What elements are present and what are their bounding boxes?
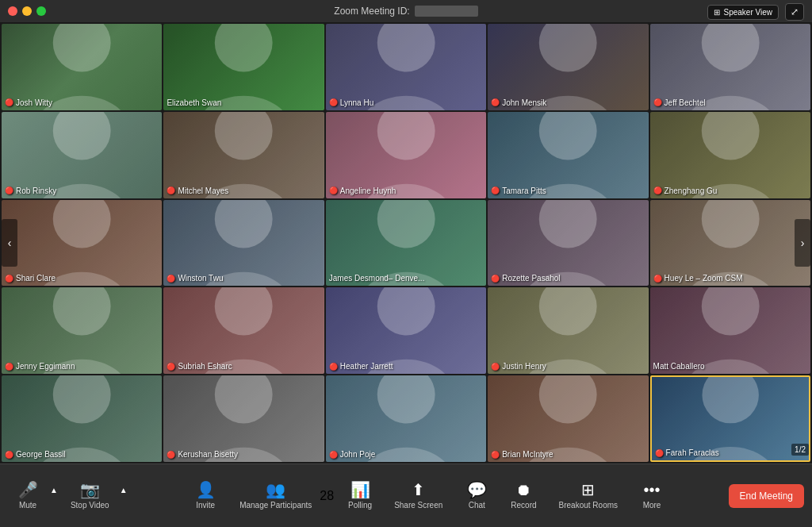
muted-icon: 🔴 <box>5 187 13 194</box>
muted-icon: 🔴 <box>167 451 175 459</box>
polling-button[interactable]: 📊 Polling <box>340 477 380 514</box>
muted-icon: 🔴 <box>329 187 338 194</box>
participant-name-9: 🔴 Tamara Pitts <box>491 187 546 195</box>
mute-group: 🎤 Mute ▲ <box>8 477 59 514</box>
toolbar: 🎤 Mute ▲ 📷 Stop Video ▲ 👤 Invite 👥 Manag… <box>0 464 812 527</box>
meeting-id-label: Zoom Meeting ID: <box>334 6 409 17</box>
video-cell-24[interactable]: 🔴 Brian McIntyre <box>488 375 648 462</box>
participant-name-12: 🔴 Winston Twu <box>167 274 223 283</box>
participant-name-20: Matt Caballero <box>653 362 705 371</box>
window-title: Zoom Meeting ID: <box>334 6 477 17</box>
share-screen-label: Share Screen <box>394 501 442 510</box>
invite-button[interactable]: 👤 Invite <box>186 477 225 514</box>
video-cell-8[interactable]: 🔴 Angeline Huynh <box>326 112 486 198</box>
participant-name-16: 🔴 Jenny Eggimann <box>5 362 75 371</box>
meeting-id-value <box>415 6 478 17</box>
participant-name-23: 🔴 John Poje <box>329 450 375 459</box>
video-cell-3[interactable]: 🔴 Lynna Hu <box>326 24 486 110</box>
participant-name-4: 🔴 John Mensik <box>491 98 546 107</box>
stop-video-label: Stop Video <box>71 501 109 510</box>
video-cell-19[interactable]: 🔴 Justin Henry <box>488 287 648 374</box>
muted-icon: 🔴 <box>491 363 500 371</box>
muted-icon: 🔴 <box>5 275 13 283</box>
participant-name-25: 🔴 Farah Faraclas <box>655 448 719 457</box>
video-cell-13[interactable]: James Desmond– Denve... <box>326 200 486 287</box>
video-grid: 🔴 Josh Witty Elizabeth Swan 🔴 Lynna H <box>0 22 812 464</box>
breakout-icon: ⊞ <box>581 482 595 498</box>
end-meeting-button[interactable]: End Meeting <box>729 484 804 508</box>
close-button[interactable] <box>8 6 17 16</box>
participant-name-2: Elizabeth Swan <box>167 98 221 107</box>
video-cell-12[interactable]: 🔴 Winston Twu <box>163 200 324 287</box>
participant-name-21: 🔴 George Bassil <box>5 450 66 459</box>
muted-icon: 🔴 <box>655 449 664 457</box>
record-label: Record <box>511 501 536 510</box>
video-cell-23[interactable]: 🔴 John Poje <box>326 375 486 462</box>
toolbar-center: 👤 Invite 👥 Manage Participants 28 📊 Poll… <box>129 477 729 514</box>
video-cell-11[interactable]: 🔴 Shari Clare <box>2 200 162 287</box>
mute-button[interactable]: 🎤 Mute <box>8 477 48 514</box>
more-icon: ••• <box>644 482 661 498</box>
breakout-rooms-button[interactable]: ⊞ Breakout Rooms <box>551 477 626 514</box>
video-cell-22[interactable]: 🔴 Kerushan Bisetty <box>163 375 324 462</box>
video-cell-7[interactable]: 🔴 Mitchel Mayes <box>163 112 324 198</box>
video-cell-14[interactable]: 🔴 Rozette Pasahol <box>488 200 648 287</box>
video-cell-17[interactable]: 🔴 Subriah Esharc <box>163 287 324 374</box>
video-cell-20[interactable]: Matt Caballero <box>650 287 810 374</box>
nav-next[interactable]: › <box>795 219 810 267</box>
video-cell-10[interactable]: 🔴 Zhenghang Gu <box>650 112 810 198</box>
muted-icon: 🔴 <box>5 98 13 106</box>
maximize-button[interactable] <box>36 6 46 16</box>
polling-label: Polling <box>348 501 372 510</box>
video-cell-15[interactable]: 🔴 Huey Le – Zoom CSM <box>650 200 810 287</box>
polling-icon: 📊 <box>350 482 370 498</box>
muted-icon: 🔴 <box>329 363 338 371</box>
muted-icon: 🔴 <box>5 363 13 371</box>
chat-label: Chat <box>469 501 485 510</box>
stop-video-group: 📷 Stop Video ▲ <box>63 477 129 514</box>
stop-video-button[interactable]: 📷 Stop Video <box>63 477 117 514</box>
participant-name-18: 🔴 Heather Jarrett <box>329 362 393 371</box>
speaker-view-button[interactable]: ⊞ Speaker View <box>707 5 779 20</box>
video-cell-21[interactable]: 🔴 George Bassil <box>2 375 162 462</box>
chat-button[interactable]: 💬 Chat <box>457 477 496 514</box>
share-screen-button[interactable]: ⬆ Share Screen <box>386 477 450 514</box>
page-indicator-right: 1/2 <box>791 444 809 456</box>
video-caret[interactable]: ▲ <box>118 483 129 498</box>
mute-caret[interactable]: ▲ <box>48 483 59 498</box>
muted-icon: 🔴 <box>491 187 500 194</box>
manage-participants-wrapper: 👥 Manage Participants 28 <box>232 477 334 514</box>
fullscreen-button[interactable]: ⤢ <box>785 3 804 21</box>
more-label: More <box>643 501 661 510</box>
video-cell-25[interactable]: 🔴 Farah Faraclas <box>650 375 810 462</box>
participant-name-8: 🔴 Angeline Huynh <box>329 187 396 195</box>
manage-participants-button[interactable]: 👥 Manage Participants <box>232 477 320 514</box>
toolbar-left: 🎤 Mute ▲ 📷 Stop Video ▲ <box>8 477 129 514</box>
title-bar: Zoom Meeting ID: ⊞ Speaker View ⤢ <box>0 0 812 22</box>
video-cell-18[interactable]: 🔴 Heather Jarrett <box>326 287 486 374</box>
video-cell-9[interactable]: 🔴 Tamara Pitts <box>488 112 648 198</box>
video-cell-5[interactable]: 🔴 Jeff Bechtel <box>650 24 810 110</box>
video-cell-2[interactable]: Elizabeth Swan <box>163 24 324 110</box>
video-cell-6[interactable]: 🔴 Rob Rinsky <box>2 112 162 198</box>
muted-icon: 🔴 <box>491 451 500 459</box>
minimize-button[interactable] <box>22 6 32 16</box>
mute-icon: 🎤 <box>18 482 38 498</box>
record-button[interactable]: ⏺ Record <box>503 477 544 514</box>
video-icon: 📷 <box>80 482 100 498</box>
main-content: ‹ 1/2 🔴 Josh Witty Elizabeth Swan <box>0 22 812 464</box>
video-cell-4[interactable]: 🔴 John Mensik <box>488 24 648 110</box>
top-right-controls: ⊞ Speaker View ⤢ <box>707 3 804 21</box>
mute-label: Mute <box>19 501 36 510</box>
video-cell-1[interactable]: 🔴 Josh Witty <box>2 24 162 110</box>
muted-icon: 🔴 <box>329 98 338 106</box>
more-button[interactable]: ••• More <box>632 477 672 514</box>
video-cell-16[interactable]: 🔴 Jenny Eggimann <box>2 287 162 374</box>
nav-previous[interactable]: ‹ <box>2 219 17 267</box>
manage-participants-label: Manage Participants <box>239 501 312 510</box>
participant-name-7: 🔴 Mitchel Mayes <box>167 187 228 195</box>
invite-icon: 👤 <box>196 482 216 498</box>
share-screen-icon: ⬆ <box>412 482 425 498</box>
breakout-rooms-label: Breakout Rooms <box>559 501 618 510</box>
participant-name-13: James Desmond– Denve... <box>329 274 425 283</box>
